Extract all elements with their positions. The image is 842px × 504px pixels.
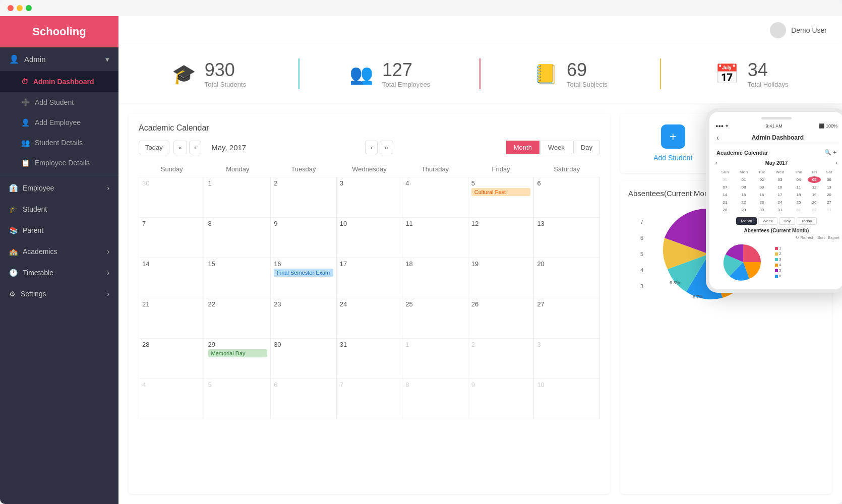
sidebar-section-student[interactable]: 🎓 Student bbox=[0, 199, 118, 220]
mobile-add-icon[interactable]: + bbox=[833, 149, 836, 156]
mobile-cell[interactable]: 21 bbox=[716, 199, 734, 206]
mobile-cell[interactable]: 23 bbox=[754, 199, 769, 206]
mobile-cell[interactable]: 08 bbox=[735, 184, 753, 191]
calendar-cell[interactable]: 13 bbox=[534, 218, 600, 258]
week-view-button[interactable]: Week bbox=[540, 141, 572, 154]
mobile-cell[interactable]: 09 bbox=[754, 184, 769, 191]
calendar-cell[interactable]: 31 bbox=[336, 339, 402, 379]
mobile-cell[interactable]: 29 bbox=[735, 207, 753, 213]
mobile-cell[interactable]: 06 bbox=[822, 176, 836, 183]
calendar-cell[interactable]: 9 bbox=[468, 379, 534, 419]
mobile-cell[interactable]: 03 bbox=[822, 207, 836, 213]
calendar-cell[interactable]: 6 bbox=[534, 177, 600, 218]
next-next-button[interactable]: » bbox=[380, 141, 393, 154]
sidebar-section-academics[interactable]: 🏫 Academics › bbox=[0, 241, 118, 262]
mobile-cell[interactable]: 24 bbox=[771, 199, 790, 206]
mobile-cell[interactable]: 30 bbox=[716, 176, 734, 183]
mobile-cell[interactable]: 14 bbox=[716, 192, 734, 198]
calendar-cell[interactable]: 2 bbox=[271, 177, 337, 218]
mobile-today-btn[interactable]: Today bbox=[797, 217, 816, 225]
calendar-cell[interactable]: 20 bbox=[534, 258, 600, 298]
calendar-cell[interactable]: 10 bbox=[534, 379, 600, 419]
close-icon[interactable] bbox=[8, 5, 14, 11]
calendar-cell[interactable]: 21 bbox=[139, 298, 205, 339]
calendar-cell[interactable]: 16Final Semester Exam bbox=[271, 258, 337, 298]
mobile-cell[interactable]: 02 bbox=[808, 207, 820, 213]
mobile-month-btn[interactable]: Month bbox=[736, 217, 756, 225]
sidebar-item-add-employee[interactable]: 👤 Add Employee bbox=[0, 112, 118, 133]
mobile-cell[interactable]: 26 bbox=[808, 199, 820, 206]
mobile-day-btn[interactable]: Day bbox=[779, 217, 795, 225]
calendar-cell[interactable]: 10 bbox=[336, 218, 402, 258]
mobile-prev-month[interactable]: ‹ bbox=[715, 160, 717, 166]
calendar-cell[interactable]: 28 bbox=[139, 339, 205, 379]
calendar-cell[interactable]: 19 bbox=[468, 258, 534, 298]
mobile-cell[interactable]: 18 bbox=[790, 192, 807, 198]
calendar-cell[interactable]: 23 bbox=[271, 298, 337, 339]
mobile-cell[interactable]: 28 bbox=[716, 207, 734, 213]
mobile-cell[interactable]: 10 bbox=[771, 184, 790, 191]
mobile-cell[interactable]: 17 bbox=[771, 192, 790, 198]
calendar-cell[interactable]: 8 bbox=[402, 379, 468, 419]
mobile-cell[interactable]: 19 bbox=[808, 192, 820, 198]
mobile-cell[interactable]: 25 bbox=[790, 199, 807, 206]
prev-prev-button[interactable]: « bbox=[173, 141, 187, 154]
calendar-cell[interactable]: 5 bbox=[205, 379, 271, 419]
mobile-cell[interactable]: 02 bbox=[754, 176, 769, 183]
calendar-cell[interactable]: 30 bbox=[271, 339, 337, 379]
calendar-cell[interactable]: 18 bbox=[402, 258, 468, 298]
mobile-cell[interactable]: 15 bbox=[735, 192, 753, 198]
mobile-cell[interactable]: 31 bbox=[771, 207, 790, 213]
sidebar-admin-toggle[interactable]: 👤 Admin ▾ bbox=[0, 47, 118, 71]
sidebar-section-employee[interactable]: 👔 Employee › bbox=[0, 177, 118, 199]
calendar-cell[interactable]: 14 bbox=[139, 258, 205, 298]
calendar-cell[interactable]: 3 bbox=[534, 339, 600, 379]
calendar-cell[interactable]: 8 bbox=[205, 218, 271, 258]
calendar-cell[interactable]: 24 bbox=[336, 298, 402, 339]
calendar-cell[interactable]: 27 bbox=[534, 298, 600, 339]
calendar-cell[interactable]: 9 bbox=[271, 218, 337, 258]
mobile-cell[interactable]: 11 bbox=[790, 184, 807, 191]
calendar-cell[interactable]: 17 bbox=[336, 258, 402, 298]
calendar-cell[interactable]: 25 bbox=[402, 298, 468, 339]
sidebar-section-settings[interactable]: ⚙ Settings › bbox=[0, 283, 118, 304]
calendar-cell[interactable]: 5Cultural Fest bbox=[468, 177, 534, 218]
mobile-cell[interactable]: 04 bbox=[790, 176, 807, 183]
today-button[interactable]: Today bbox=[139, 141, 169, 154]
mobile-cell-today[interactable]: 05 bbox=[808, 176, 820, 183]
calendar-cell[interactable]: 2 bbox=[468, 339, 534, 379]
calendar-cell[interactable]: 30 bbox=[139, 177, 205, 218]
day-view-button[interactable]: Day bbox=[573, 141, 600, 154]
calendar-cell[interactable]: 1 bbox=[205, 177, 271, 218]
calendar-cell[interactable]: 3 bbox=[336, 177, 402, 218]
calendar-cell[interactable]: 29Memorial Day bbox=[205, 339, 271, 379]
mobile-cell[interactable]: 22 bbox=[735, 199, 753, 206]
minimize-icon[interactable] bbox=[17, 5, 23, 11]
month-view-button[interactable]: Month bbox=[506, 141, 539, 154]
mobile-refresh-icon[interactable]: ↻ Refresh bbox=[796, 235, 814, 240]
sidebar-section-timetable[interactable]: 🕐 Timetable › bbox=[0, 262, 118, 283]
calendar-cell[interactable]: 7 bbox=[336, 379, 402, 419]
calendar-cell[interactable]: 15 bbox=[205, 258, 271, 298]
prev-button[interactable]: ‹ bbox=[189, 141, 201, 154]
mobile-week-btn[interactable]: Week bbox=[758, 217, 777, 225]
calendar-cell[interactable]: 6 bbox=[271, 379, 337, 419]
mobile-cell[interactable]: 01 bbox=[790, 207, 807, 213]
mobile-cell[interactable]: 30 bbox=[754, 207, 769, 213]
maximize-icon[interactable] bbox=[26, 5, 32, 11]
calendar-cell[interactable]: 7 bbox=[139, 218, 205, 258]
calendar-cell[interactable]: 12 bbox=[468, 218, 534, 258]
mobile-cell[interactable]: 27 bbox=[822, 199, 836, 206]
calendar-cell[interactable]: 22 bbox=[205, 298, 271, 339]
calendar-cell[interactable]: 4 bbox=[139, 379, 205, 419]
calendar-cell[interactable]: 26 bbox=[468, 298, 534, 339]
mobile-search-icon[interactable]: 🔍 bbox=[824, 149, 831, 156]
mobile-next-month[interactable]: › bbox=[835, 160, 837, 166]
mobile-sort-icon[interactable]: Sort bbox=[817, 235, 825, 240]
mobile-cell[interactable]: 20 bbox=[822, 192, 836, 198]
calendar-cell[interactable]: 4 bbox=[402, 177, 468, 218]
sidebar-item-admin-dashboard[interactable]: ⏱ Admin Dashboard bbox=[0, 71, 118, 92]
mobile-cell[interactable]: 13 bbox=[822, 184, 836, 191]
calendar-cell[interactable]: 11 bbox=[402, 218, 468, 258]
mobile-cell[interactable]: 01 bbox=[735, 176, 753, 183]
